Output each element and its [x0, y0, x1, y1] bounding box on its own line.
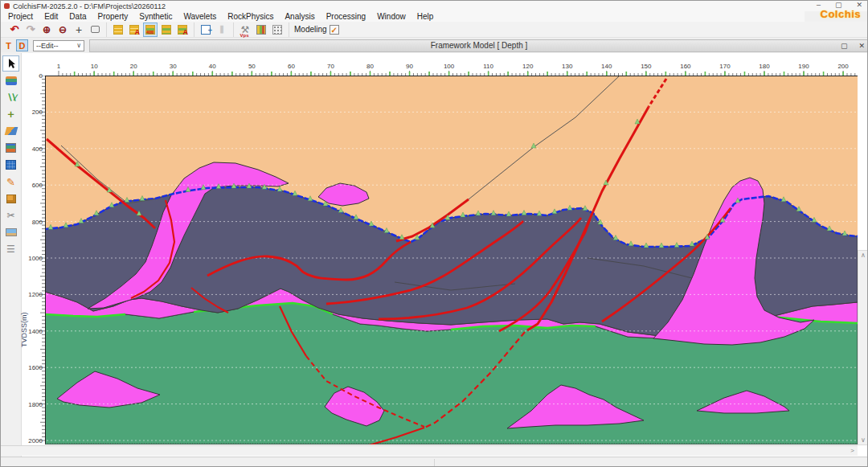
chevron-down-icon: ∨ — [76, 42, 81, 49]
modeling-label: Modeling — [294, 25, 327, 34]
zoom-in-icon[interactable]: ⊕ — [39, 23, 54, 37]
add-panel-icon[interactable] — [199, 23, 213, 37]
redo-icon[interactable]: ↷ — [23, 23, 38, 37]
cross-section-canvas[interactable] — [45, 76, 858, 444]
menu-item-project[interactable]: Project — [2, 11, 39, 22]
menu-item-window[interactable]: Window — [371, 11, 411, 22]
menu-bar: ProjectEditDataPropertySyntheticWavelets… — [1, 11, 805, 22]
toolbar-group: A4000A — [107, 23, 194, 37]
td-grid-icon[interactable] — [159, 23, 174, 37]
box-tool-icon[interactable] — [2, 190, 19, 207]
colchis-logo: Colchis — [821, 8, 861, 20]
stack-dots-icon[interactable] — [111, 23, 125, 37]
toolbar-group: ⚒Vps — [234, 23, 289, 37]
surface-tool-icon[interactable] — [2, 123, 19, 139]
title-bar: ColchisFM-2025.2.0 - D:\FM\Projects\2026… — [1, 1, 868, 11]
pencil-tool-icon[interactable]: ✎ — [2, 174, 19, 190]
vps-tools-icon[interactable]: ⚒Vps — [238, 23, 252, 37]
td-a-icon[interactable]: A — [175, 23, 190, 37]
toolbar-group: ↶↷⊕⊖+ — [3, 23, 107, 37]
application-window: ColchisFM-2025.2.0 - D:\FM\Projects\2026… — [0, 0, 868, 467]
menu-item-help[interactable]: Help — [411, 11, 440, 22]
menu-item-rockphysics[interactable]: RockPhysics — [222, 11, 279, 22]
main-toolbar: ↶↷⊕⊖+A4000A⫴⚒VpsModeling✓ — [1, 22, 868, 38]
scroll-down-icon[interactable]: ∨ — [858, 436, 868, 444]
property-grid-tool-icon[interactable] — [2, 140, 19, 156]
window-title: ColchisFM-2025.2.0 - D:\FM\Projects\2026… — [13, 2, 166, 10]
edit-dropdown-value: --Edit-- — [36, 42, 59, 50]
heatmap-grid-icon[interactable] — [254, 23, 268, 37]
document-area: ∖∖∕＋✎✂☰ TVDSS(m) 02004006008001000120014… — [1, 53, 868, 457]
depth-mode-button[interactable]: D — [16, 39, 28, 51]
menu-item-analysis[interactable]: Analysis — [279, 11, 320, 22]
undo-icon[interactable]: ↶ — [7, 23, 22, 37]
td-dots-icon[interactable] — [270, 23, 285, 37]
menu-item-property[interactable]: Property — [92, 11, 133, 22]
status-bar — [1, 457, 868, 467]
doc-maximize-button[interactable]: ▢ — [841, 42, 848, 50]
link-panels-icon[interactable]: ⫴ — [215, 23, 229, 37]
menu-item-data[interactable]: Data — [63, 11, 92, 22]
document-title-bar[interactable]: Framework Model [ Depth ] ▢ ✕ — [89, 39, 868, 52]
menu-item-edit[interactable]: Edit — [39, 11, 63, 22]
scroll-right-icon[interactable]: > — [850, 447, 854, 454]
y-axis-ruler — [35, 76, 45, 445]
blue-grid-tool-icon[interactable] — [2, 157, 19, 173]
stack-a-icon[interactable]: A — [127, 23, 141, 37]
knife-tool-icon[interactable]: ✂ — [2, 207, 19, 223]
status-divider — [434, 459, 435, 466]
left-tool-strip: ∖∖∕＋✎✂☰ — [1, 53, 22, 457]
capture-icon[interactable] — [88, 23, 102, 37]
mode-bar: T D --Edit-- ∨ Framework Model [ Depth ]… — [1, 39, 868, 52]
menu-item-wavelets[interactable]: Wavelets — [178, 11, 222, 22]
image-tool-icon[interactable] — [2, 224, 19, 240]
crosshair-icon[interactable]: + — [72, 23, 86, 37]
modeling-button[interactable]: Modeling✓ — [289, 25, 344, 35]
app-icon — [4, 3, 10, 9]
scroll-up-icon[interactable]: ∧ — [858, 252, 868, 259]
toolbar-group: ⫴ — [194, 23, 234, 37]
doc-close-button[interactable]: ✕ — [858, 42, 865, 50]
pick-tool-icon[interactable]: ＋ — [2, 106, 19, 122]
edit-dropdown[interactable]: --Edit-- ∨ — [33, 40, 84, 51]
td-4000-icon[interactable]: 4000 — [143, 23, 158, 37]
vertical-scrollbar[interactable]: ∧ ∨ — [858, 250, 868, 445]
x-axis-ruler — [45, 62, 858, 76]
zoom-out-icon[interactable]: ⊖ — [55, 23, 70, 37]
modeling-check-icon: ✓ — [330, 25, 339, 35]
menu-item-processing[interactable]: Processing — [321, 11, 371, 22]
cursor-tool-icon[interactable] — [2, 55, 19, 72]
strata-tool-icon[interactable] — [2, 72, 19, 88]
horizontal-scrollbar[interactable]: > — [1, 445, 858, 456]
document-title: Framework Model [ Depth ] — [90, 41, 868, 50]
time-mode-button[interactable]: T — [2, 39, 14, 51]
layers-tool-icon[interactable]: ☰ — [2, 241, 19, 257]
fault-sticks-tool-icon[interactable]: ∖∖∕ — [2, 89, 19, 105]
menu-item-synthetic[interactable]: Synthetic — [133, 11, 178, 22]
